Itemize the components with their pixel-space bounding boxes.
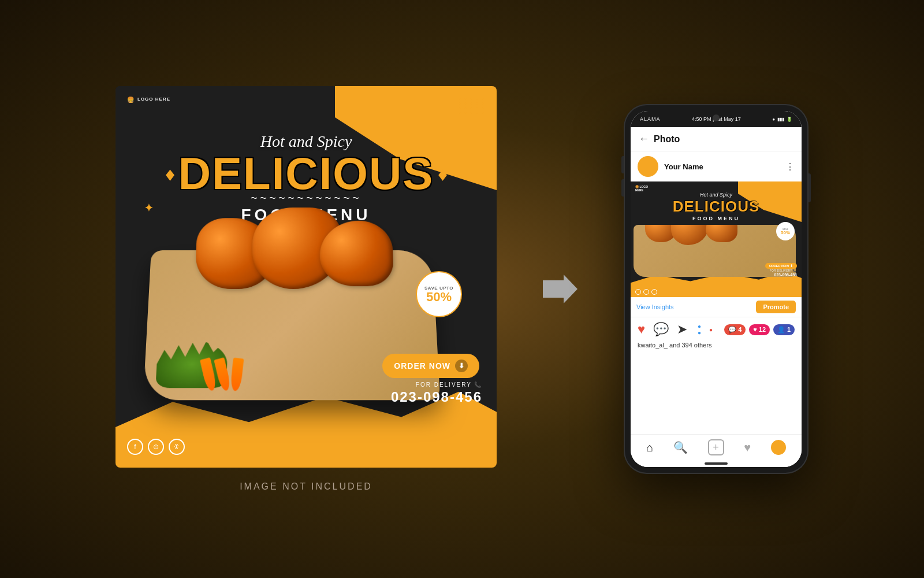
mini-wa-icon	[651, 289, 657, 295]
comment-notification: 💬 4	[724, 324, 746, 335]
phone-number: 023-098-456	[391, 389, 482, 405]
status-carrier: ALAMA	[640, 116, 661, 122]
mini-food-menu: FOOD MENU	[631, 216, 802, 221]
battery-icon: 🔋	[787, 117, 792, 122]
phone-icon: 📞	[474, 381, 482, 388]
mini-ig-icon	[643, 289, 649, 295]
mini-save-percent: 50%	[781, 231, 790, 235]
comment-notif-icon: 💬	[728, 326, 736, 334]
delivery-info: FOR DELIVERY 📞 023-098-456	[391, 381, 482, 405]
order-now-label: ORDER NOW	[394, 361, 450, 370]
more-options-icon[interactable]: ⋮	[785, 161, 795, 172]
direction-arrow	[543, 275, 578, 303]
instagram-icon[interactable]: ⊙	[148, 439, 164, 455]
arrow-shape	[543, 275, 578, 303]
image-not-included-label: IMAGE NOT INCLUDED	[240, 481, 372, 492]
cross-decoration: ✦	[144, 202, 153, 214]
save-badge: SAVE UPTO 50%	[416, 271, 462, 317]
comment-icon[interactable]: 💬	[653, 322, 669, 337]
home-nav-icon[interactable]: ⌂	[646, 441, 653, 454]
mini-for-delivery: FOR DELIVERY 📞	[770, 269, 797, 272]
home-indicator	[631, 460, 802, 467]
mini-phone-number: 023-098-456	[774, 273, 797, 277]
phone-mockup: ALAMA 4:50 PM | 1st May 17 ● ▮▮▮ 🔋 ← Pho…	[624, 104, 808, 474]
view-insights-button[interactable]: View Insights	[636, 303, 751, 310]
back-button[interactable]: ←	[639, 133, 649, 145]
logo-icon: 🍔	[127, 97, 134, 103]
volume-up-button	[621, 156, 624, 173]
wifi-icon: ●	[772, 117, 775, 122]
signal-icon: ▮▮▮	[777, 117, 784, 122]
author-name: Your Name	[664, 162, 785, 171]
add-nav-button[interactable]: +	[708, 439, 724, 455]
mini-chicken-3	[706, 225, 737, 242]
author-avatar	[638, 156, 658, 177]
save-percent-text: 50%	[426, 291, 452, 303]
for-delivery-label: FOR DELIVERY 📞	[391, 381, 482, 388]
logo-text: LOGO HERE	[137, 97, 170, 102]
camera-notch	[713, 114, 720, 121]
chicken-piece-3	[319, 221, 394, 286]
delicious-text: DELICIOUS	[178, 151, 434, 196]
dot-grid-top-right	[459, 98, 485, 114]
carrots	[203, 358, 243, 391]
mini-logo: 🍔 LOGOHERE	[635, 185, 648, 192]
social-icons: f ⊙ ꆙ	[127, 439, 185, 455]
mini-post-image: 🍔 LOGOHERE Hot and Spicy DELICIOUS FOOD …	[631, 181, 802, 297]
follow-notif-icon: 👤	[777, 326, 785, 334]
order-now-button[interactable]: ORDER NOW ⬇	[382, 354, 479, 378]
mini-order-button: ORDER NOW ⬇	[765, 263, 797, 269]
power-button	[808, 173, 811, 202]
facebook-icon[interactable]: f	[127, 439, 143, 455]
comment-notif-count: 4	[738, 326, 742, 333]
share-icon[interactable]: ➤	[677, 322, 687, 337]
likes-text: kwaito_al_ and 394 others	[631, 342, 802, 352]
social-post-card: 🍔 LOGO HERE Hot and Spicy ⬧ DELICIOUS ⬧ …	[116, 86, 497, 468]
card-logo: 🍔 LOGO HERE	[127, 97, 170, 103]
follow-notif-count: 1	[787, 326, 791, 333]
order-arrow-icon: ⬇	[455, 360, 468, 372]
like-notification: ♥ 12	[749, 324, 770, 335]
insights-promote-row: View Insights Promote	[631, 297, 802, 317]
mini-text-block: Hot and Spicy DELICIOUS FOOD MENU	[631, 192, 802, 221]
mini-order-row: ORDER NOW ⬇ FOR DELIVERY 📞 023-098-456	[765, 263, 797, 277]
mini-social-icons	[635, 289, 657, 295]
phone-screen: ALAMA 4:50 PM | 1st May 17 ● ▮▮▮ 🔋 ← Pho…	[631, 111, 802, 467]
like-notif-count: 12	[759, 326, 766, 333]
home-indicator-bar	[705, 462, 728, 465]
mini-save-badge: SAVE 50%	[776, 222, 795, 240]
search-nav-icon[interactable]: 🔍	[673, 440, 688, 454]
photo-header: ← Photo	[631, 127, 802, 151]
action-icons-row: ♥ 💬 ➤ ● ● ● 💬 4 ♥ 12 👤	[631, 317, 802, 342]
mini-hot-spicy: Hot and Spicy	[631, 192, 802, 198]
profile-nav-avatar[interactable]	[771, 440, 786, 455]
whatsapp-icon[interactable]: ꆙ	[169, 439, 185, 455]
bottom-navigation: ⌂ 🔍 + ♥	[631, 434, 802, 460]
notification-bubbles: 💬 4 ♥ 12 👤 1	[724, 324, 795, 335]
volume-down-button	[621, 179, 624, 197]
mini-fb-icon	[635, 289, 641, 295]
promote-button[interactable]: Promote	[756, 301, 796, 313]
mini-chicken-2	[671, 225, 709, 245]
follow-notification: 👤 1	[773, 324, 795, 335]
mini-delicious: DELICIOUS	[631, 198, 802, 216]
heart-nav-icon[interactable]: ♥	[744, 441, 751, 454]
like-icon[interactable]: ♥	[638, 322, 645, 337]
status-icons: ● ▮▮▮ 🔋	[772, 117, 792, 122]
like-notif-icon: ♥	[753, 326, 757, 333]
photo-title: Photo	[654, 134, 793, 144]
post-author-row: Your Name ⋮	[631, 151, 802, 181]
